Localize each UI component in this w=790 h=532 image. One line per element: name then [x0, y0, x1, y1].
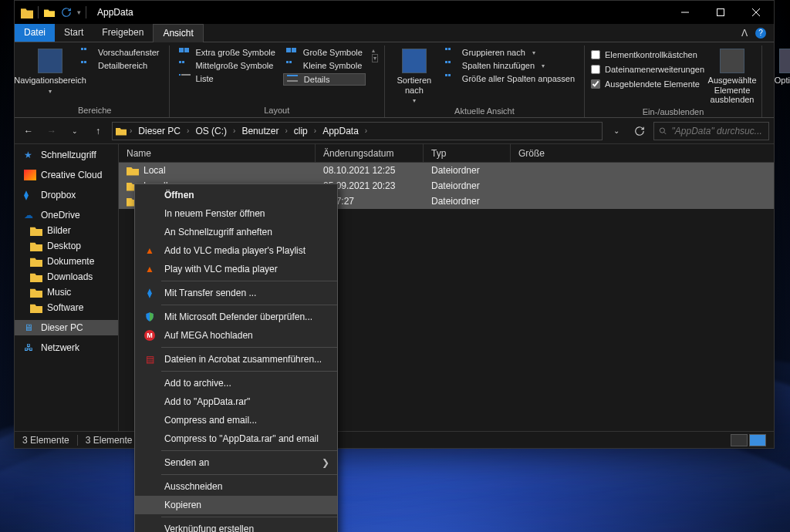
ctx-mega[interactable]: MAuf MEGA hochladen: [135, 326, 337, 345]
ctx-compress-rar-email[interactable]: Compress to "AppData.rar" and email: [135, 429, 337, 448]
sidebar-folder[interactable]: Downloads: [15, 269, 118, 285]
ribbon: Navigationsbereich ▾ Vorschaufenster Det…: [15, 42, 774, 118]
view-details[interactable]: Details: [283, 73, 366, 86]
details-view-toggle[interactable]: [731, 434, 748, 446]
sidebar-folder[interactable]: Bilder: [15, 223, 118, 238]
hide-selected-button[interactable]: Ausgewählte Elemente ausblenden: [709, 45, 755, 105]
close-button[interactable]: [738, 1, 774, 24]
details-pane-button[interactable]: Detailbereich: [78, 60, 163, 71]
view-list[interactable]: Liste: [176, 73, 279, 84]
network-icon: 🖧: [24, 342, 36, 353]
address-bar: ← → ⌄ ↑ › Dieser PC› OS (C:)› Benutzer› …: [15, 118, 774, 144]
window-folder-icon: [21, 6, 33, 19]
vlc-icon: ▲: [143, 244, 157, 257]
view-medium[interactable]: Mittelgroße Symbole: [176, 60, 279, 71]
ctx-new-window[interactable]: In neuem Fenster öffnen: [135, 204, 337, 223]
crumb-drive[interactable]: OS (C:): [192, 124, 230, 138]
ctx-transfer[interactable]: ⧫Mit Transfer senden ...: [135, 284, 337, 302]
options-button[interactable]: Optionen ▾: [768, 45, 790, 95]
file-row[interactable]: Local 08.10.2021 12:25 Dateiordner: [119, 163, 774, 178]
breadcrumb[interactable]: › Dieser PC› OS (C:)› Benutzer› clip› Ap…: [112, 122, 603, 140]
back-button[interactable]: ←: [19, 122, 38, 140]
folder-icon: [116, 126, 127, 136]
tab-view[interactable]: Ansicht: [153, 24, 203, 42]
preview-pane-button[interactable]: Vorschaufenster: [78, 47, 163, 58]
sidebar-creative-cloud[interactable]: Creative Cloud: [15, 167, 118, 183]
fit-columns-button[interactable]: Größe aller Spalten anpassen: [442, 73, 578, 84]
add-columns-button[interactable]: Spalten hinzufügen▾: [442, 60, 578, 71]
recent-locations-button[interactable]: ⌄: [66, 122, 84, 140]
ctx-open[interactable]: Öffnen: [135, 186, 337, 204]
sidebar-this-pc[interactable]: 🖥Dieser PC: [15, 320, 118, 335]
maximize-button[interactable]: [703, 1, 738, 24]
ctx-add-rar[interactable]: Add to "AppData.rar": [135, 392, 337, 411]
sidebar-folder[interactable]: Software: [15, 300, 118, 315]
view-small[interactable]: Kleine Symbole: [283, 60, 366, 71]
svg-line-5: [664, 132, 667, 134]
group-by-button[interactable]: Gruppieren nach▾: [442, 47, 578, 58]
ctx-acrobat[interactable]: ▤Dateien in Acrobat zusammenführen...: [135, 350, 337, 369]
fit-columns-icon: [445, 74, 457, 83]
file-extensions-toggle[interactable]: Dateinamenerweiterungen: [591, 63, 704, 76]
tab-start[interactable]: Start: [55, 24, 93, 42]
ctx-vlc-play[interactable]: ▲Play with VLC media player: [135, 260, 337, 278]
tab-file[interactable]: Datei: [15, 24, 55, 42]
folder-icon: [30, 302, 42, 313]
sidebar-dropbox[interactable]: ⧫Dropbox: [15, 187, 118, 203]
column-headers: Name Änderungsdatum Typ Größe: [119, 144, 774, 163]
sidebar: ★Schnellzugriff Creative Cloud ⧫Dropbox …: [15, 144, 119, 431]
col-size[interactable]: Größe: [511, 144, 774, 162]
col-name[interactable]: Name: [119, 144, 316, 162]
context-menu: Öffnen In neuem Fenster öffnen An Schnel…: [134, 184, 338, 532]
ctx-send-to[interactable]: Senden an❯: [135, 453, 337, 472]
breadcrumb-dropdown-icon[interactable]: ⌄: [607, 122, 626, 140]
ctx-shortcut[interactable]: Verknüpfung erstellen: [135, 520, 337, 532]
minimize-button[interactable]: [667, 1, 703, 24]
star-icon: ★: [24, 150, 36, 160]
hidden-items-toggle[interactable]: Ausgeblendete Elemente: [591, 78, 704, 90]
ctx-vlc-add[interactable]: ▲Add to VLC media player's Playlist: [135, 241, 337, 260]
ctx-pin-quick[interactable]: An Schnellzugriff anheften: [135, 223, 337, 241]
search-box[interactable]: [653, 122, 769, 140]
search-input[interactable]: [672, 126, 764, 136]
help-icon[interactable]: ?: [755, 28, 766, 39]
forward-button[interactable]: →: [42, 122, 61, 140]
ctx-add-archive[interactable]: Add to archive...: [135, 374, 337, 392]
ctx-defender[interactable]: Mit Microsoft Defender überprüfen...: [135, 308, 337, 326]
explorer-window: ▾ AppData Datei Start Freigeben Ansicht …: [14, 0, 775, 449]
onedrive-icon: ☁: [24, 210, 36, 221]
ctx-copy[interactable]: Kopieren: [135, 496, 337, 514]
small-icons-icon: [286, 61, 299, 70]
sidebar-onedrive[interactable]: ☁OneDrive: [15, 207, 118, 223]
item-checkboxes-toggle[interactable]: Elementkontrollkästchen: [591, 49, 704, 61]
col-date[interactable]: Änderungsdatum: [316, 144, 424, 162]
up-button[interactable]: ↑: [89, 122, 107, 140]
qat-new-folder-icon[interactable]: [43, 6, 56, 19]
sidebar-folder[interactable]: Music: [15, 285, 118, 300]
item-count: 3 Elemente: [22, 435, 69, 446]
ctx-cut[interactable]: Ausschneiden: [135, 477, 337, 496]
sidebar-network[interactable]: 🖧Netzwerk: [15, 340, 118, 355]
sidebar-quick-access[interactable]: ★Schnellzugriff: [15, 147, 118, 163]
defender-icon: [143, 311, 157, 323]
view-large[interactable]: Große Symbole: [283, 47, 366, 58]
ribbon-tabs: Datei Start Freigeben Ansicht ᐱ ?: [15, 24, 774, 42]
thumbnails-view-toggle[interactable]: [749, 434, 766, 446]
col-type[interactable]: Typ: [424, 144, 511, 162]
refresh-button[interactable]: [630, 122, 649, 140]
svg-point-4: [660, 128, 664, 133]
crumb-user[interactable]: clip: [291, 124, 311, 138]
preview-pane-icon: [81, 48, 93, 57]
sidebar-folder[interactable]: Dokumente: [15, 254, 118, 269]
tab-share[interactable]: Freigeben: [93, 24, 153, 42]
sidebar-folder[interactable]: Desktop: [15, 238, 118, 254]
sort-by-button[interactable]: Sortieren nach ▾: [391, 45, 437, 104]
qat-undo-icon[interactable]: [60, 6, 73, 19]
crumb-pc[interactable]: Dieser PC: [135, 124, 184, 138]
crumb-appdata[interactable]: AppData: [319, 124, 362, 138]
ctx-compress-email[interactable]: Compress and email...: [135, 411, 337, 429]
ribbon-collapse-icon[interactable]: ᐱ: [741, 28, 748, 39]
navigation-pane-button[interactable]: Navigationsbereich ▾: [27, 45, 73, 95]
crumb-users[interactable]: Benutzer: [238, 124, 282, 138]
view-extra-large[interactable]: Extra große Symbole: [176, 47, 279, 58]
